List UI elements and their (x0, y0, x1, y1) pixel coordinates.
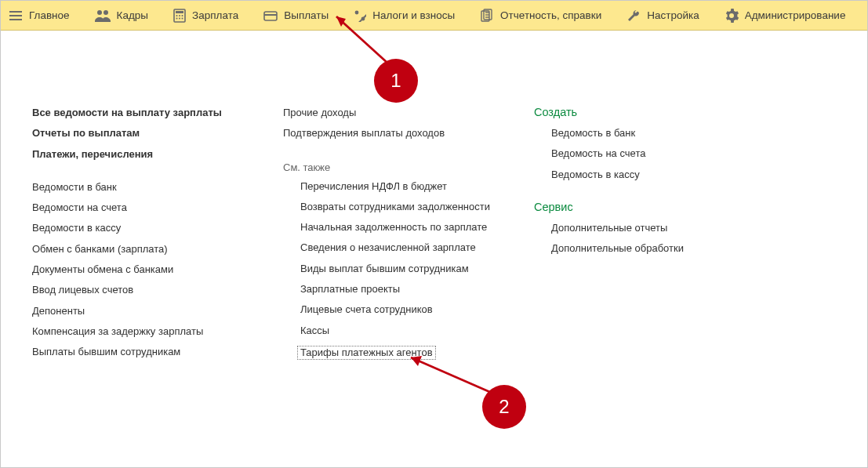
nav-label: Администрирование (745, 9, 846, 21)
column-left: Все ведомости на выплату зарплаты Отчеты… (32, 103, 252, 365)
wrench-icon (626, 9, 641, 23)
link-initial-debt[interactable]: Начальная задолженность по зарплате (283, 217, 503, 238)
hamburger-icon (9, 9, 23, 23)
nav-salary[interactable]: Зарплата (162, 1, 252, 30)
annotation-badge-2: 2 (482, 385, 526, 429)
link-former-payment-types[interactable]: Виды выплат бывшим сотрудникам (283, 259, 503, 279)
nav-label: Настройка (647, 9, 699, 21)
link-deponents[interactable]: Депоненты (32, 301, 252, 321)
svg-point-3 (97, 10, 102, 15)
link-transfers[interactable]: Платежи, перечисления (32, 144, 252, 165)
link-ndfl-transfers[interactable]: Перечисления НДФЛ в бюджет (283, 176, 503, 197)
link-former-employee-payments[interactable]: Выплаты бывшим сотрудникам (32, 342, 252, 362)
service-additional-processing[interactable]: Дополнительные обработки (534, 238, 769, 259)
badge-number: 2 (499, 396, 509, 418)
service-additional-reports[interactable]: Дополнительные отчеты (534, 218, 769, 238)
documents-icon (480, 9, 494, 23)
nav-label: Отчетность, справки (500, 9, 601, 21)
link-salary-projects[interactable]: Зарплатные проекты (283, 279, 503, 299)
svg-rect-6 (176, 11, 183, 13)
service-header: Сервис (534, 198, 769, 218)
nav-label: Налоги и взносы (372, 9, 455, 21)
link-employee-returns[interactable]: Возвраты сотрудниками задолженности (283, 197, 503, 217)
svg-rect-2 (9, 19, 22, 20)
svg-point-11 (179, 17, 180, 19)
svg-point-8 (179, 15, 180, 16)
svg-point-7 (176, 15, 178, 16)
nav-label: Главное (29, 9, 70, 21)
create-sheet-cash[interactable]: Ведомость в кассу (534, 165, 769, 185)
svg-rect-13 (264, 12, 277, 20)
create-sheet-bank[interactable]: Ведомость в банк (534, 123, 769, 143)
link-delay-compensation[interactable]: Компенсация за задержку зарплаты (32, 321, 252, 342)
svg-point-15 (355, 10, 359, 14)
link-sheets-accounts[interactable]: Ведомости на счета (32, 198, 252, 218)
link-payment-reports[interactable]: Отчеты по выплатам (32, 123, 252, 143)
percent-icon (354, 9, 366, 22)
link-sheets-bank[interactable]: Ведомости в банк (32, 177, 252, 198)
nav-settings[interactable]: Настройка (616, 1, 713, 30)
nav-administration[interactable]: Администрирование (714, 1, 860, 30)
link-bank-exchange[interactable]: Обмен с банками (зарплата) (32, 239, 252, 259)
link-bank-exchange-docs[interactable]: Документы обмена с банками (32, 259, 252, 280)
nav-label: Выплаты (284, 9, 329, 21)
people-icon (95, 9, 111, 23)
nav-personnel[interactable]: Кадры (84, 1, 162, 30)
nav-reports[interactable]: Отчетность, справки (469, 1, 616, 30)
wallet-icon (263, 9, 278, 22)
link-uncredited-salary-info[interactable]: Сведения о незачисленной зарплате (283, 238, 503, 258)
svg-point-9 (182, 15, 183, 16)
link-income-confirmation[interactable]: Подтверждения выплаты доходов (283, 123, 503, 143)
column-middle: Прочие доходы Подтверждения выплаты дохо… (283, 103, 503, 365)
svg-point-12 (182, 17, 183, 19)
svg-rect-1 (9, 15, 22, 16)
content-area: Все ведомости на выплату зарплаты Отчеты… (1, 31, 867, 365)
link-employee-accounts[interactable]: Лицевые счета сотрудников (283, 299, 503, 320)
nav-label: Зарплата (192, 9, 238, 21)
link-payment-agent-tariffs[interactable]: Тарифы платежных агентов (283, 341, 503, 365)
svg-point-4 (104, 10, 108, 15)
link-all-payrolls[interactable]: Все ведомости на выплату зарплаты (32, 103, 252, 123)
link-cash-desks[interactable]: Кассы (283, 321, 503, 341)
focused-link-text: Тарифы платежных агентов (297, 346, 436, 360)
nav-main[interactable]: Главное (1, 1, 84, 30)
nav-label: Кадры (117, 9, 148, 21)
top-navbar: Главное Кадры Зарплата Выплаты Налоги и … (1, 1, 867, 31)
nav-payments[interactable]: Выплаты (252, 1, 343, 30)
svg-rect-0 (9, 11, 22, 13)
create-sheet-accounts[interactable]: Ведомость на счета (534, 143, 769, 164)
gear-icon (725, 9, 739, 23)
create-header: Создать (534, 103, 769, 123)
svg-point-10 (176, 17, 178, 19)
nav-taxes[interactable]: Налоги и взносы (343, 1, 469, 30)
calculator-icon (173, 9, 186, 23)
link-personal-accounts-input[interactable]: Ввод лицевых счетов (32, 280, 252, 300)
column-right: Создать Ведомость в банк Ведомость на сч… (534, 103, 769, 365)
svg-rect-14 (264, 14, 277, 16)
see-also-header: См. также (283, 157, 503, 176)
link-other-income[interactable]: Прочие доходы (283, 103, 503, 123)
link-sheets-cash[interactable]: Ведомости в кассу (32, 218, 252, 238)
